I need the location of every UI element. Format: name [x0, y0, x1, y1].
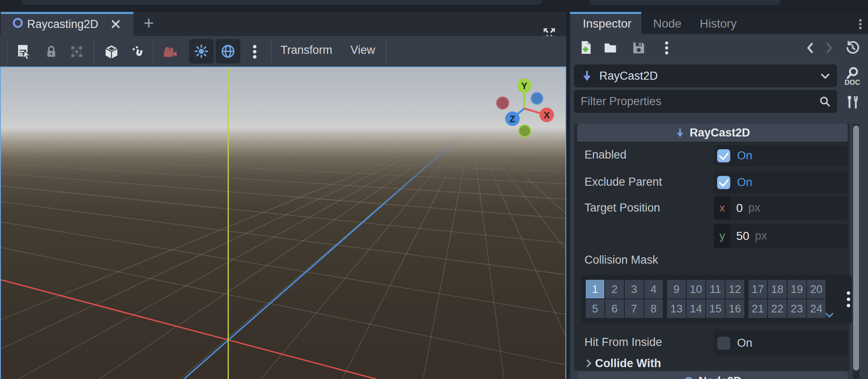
mask-cell-4[interactable]: 4: [644, 280, 663, 298]
toggle-lighting-button[interactable]: [189, 39, 214, 64]
tab-history[interactable]: History: [700, 17, 737, 31]
hit-from-inside-checkbox-editor[interactable]: On: [714, 331, 848, 355]
inspector-scrollbar[interactable]: [853, 124, 860, 379]
y-value[interactable]: 50: [736, 229, 749, 243]
property-row-enabled: Enabled On: [574, 142, 850, 169]
new-tab-button[interactable]: +: [140, 15, 158, 33]
mask-cell-2[interactable]: 2: [605, 280, 624, 298]
open-docs-icon[interactable]: DOC: [843, 66, 862, 86]
section-header-raycast2d[interactable]: RayCast2D: [577, 124, 848, 142]
lock-icon[interactable]: [44, 45, 58, 59]
property-tools-icon[interactable]: [844, 94, 861, 111]
group-icon[interactable]: [70, 45, 84, 59]
mask-cell-24[interactable]: 24: [807, 299, 826, 318]
viewport-3d[interactable]: Y X Z: [0, 67, 566, 379]
snap-magnet-icon[interactable]: [131, 44, 146, 59]
mask-cell-20[interactable]: 20: [807, 280, 826, 298]
mask-options-dots-icon[interactable]: [845, 291, 852, 308]
properties-list: RayCast2D Enabled On Exclude Parent On T…: [574, 124, 850, 371]
mask-cell-21[interactable]: 21: [748, 299, 767, 318]
active-tab-accent: [570, 12, 641, 14]
filter-properties-input[interactable]: Filter Properties: [574, 90, 837, 113]
mask-cell-16[interactable]: 16: [726, 299, 744, 318]
edit-history-icon[interactable]: [845, 40, 861, 56]
gizmo-neg-z-ball[interactable]: [531, 92, 543, 104]
mask-cell-3[interactable]: 3: [625, 280, 643, 298]
view-menu[interactable]: View: [351, 44, 375, 57]
target-position-x-field[interactable]: x 0 px: [714, 196, 848, 220]
scrollbar-thumb[interactable]: [853, 125, 859, 371]
collision-mask-grid: 1234910111217181920 56781314151621222324: [581, 275, 852, 324]
mask-cell-15[interactable]: 15: [706, 299, 725, 318]
enabled-checkbox-editor[interactable]: On: [714, 145, 848, 166]
y-axis-badge: y: [714, 224, 731, 248]
checkbox-icon[interactable]: [717, 337, 730, 350]
mask-cell-14[interactable]: 14: [687, 299, 705, 318]
section-header-node2d[interactable]: Node2D: [577, 372, 848, 379]
mask-cell-5[interactable]: 5: [586, 299, 604, 318]
gizmo-neg-y-ball[interactable]: [519, 125, 531, 137]
mask-cell-18[interactable]: 18: [768, 280, 787, 298]
toolbar-separator: [271, 40, 272, 62]
history-forward-icon[interactable]: [823, 42, 835, 54]
mask-cell-7[interactable]: 7: [625, 299, 643, 318]
mask-cell-13[interactable]: 13: [667, 299, 686, 318]
toolbar-separator: [153, 40, 154, 62]
mask-cell-8[interactable]: 8: [644, 299, 663, 318]
resource-options-dots-icon[interactable]: [662, 41, 672, 55]
mask-cell-10[interactable]: 10: [687, 280, 705, 298]
panel-menu-dots-icon[interactable]: [857, 19, 864, 30]
target-position-y-field[interactable]: y 50 px: [714, 224, 848, 248]
select-mode-icon[interactable]: [16, 44, 32, 60]
checkbox-icon[interactable]: [717, 176, 730, 189]
property-label-collision-mask: Collision Mask: [584, 254, 658, 267]
property-label: Exclude Parent: [584, 176, 662, 189]
z-axis-line: [184, 127, 472, 379]
checkbox-on-label: On: [737, 149, 752, 162]
new-resource-icon[interactable]: [579, 40, 594, 55]
chevron-down-icon[interactable]: [819, 70, 831, 82]
top-bar-notch-right: [589, 0, 780, 5]
viewport-options-dots-icon[interactable]: [248, 44, 261, 59]
property-row-target-position: Target Position x 0 px y 50 px: [574, 196, 850, 248]
mask-cell-6[interactable]: 6: [605, 299, 624, 318]
property-row-exclude-parent: Exclude Parent On: [574, 170, 850, 196]
y-axis-line: [228, 67, 229, 379]
exclude-parent-checkbox-editor[interactable]: On: [714, 171, 848, 194]
toggle-environment-button[interactable]: [216, 39, 240, 64]
camera-preview-icon[interactable]: [162, 45, 178, 61]
gizmo-neg-x-ball[interactable]: [497, 97, 509, 109]
mesh-cube-icon[interactable]: [103, 43, 120, 60]
mask-cell-22[interactable]: 22: [768, 299, 787, 318]
mask-cell-23[interactable]: 23: [787, 299, 806, 318]
node-selector[interactable]: RayCast2D: [574, 64, 837, 87]
transform-menu[interactable]: Transform: [281, 44, 332, 57]
mask-cell-19[interactable]: 19: [787, 280, 806, 298]
x-axis-badge: x: [714, 196, 731, 220]
checkbox-icon[interactable]: [717, 149, 730, 162]
tab-node[interactable]: Node: [653, 17, 682, 31]
x-value[interactable]: 0: [736, 201, 743, 215]
scene-tab-raycasting2d[interactable]: Raycasting2D: [1, 12, 134, 36]
close-tab-icon[interactable]: [110, 19, 121, 30]
tab-inspector[interactable]: Inspector: [570, 12, 641, 34]
node2d-icon: [683, 376, 694, 379]
panel-divider[interactable]: [566, 12, 570, 379]
node-selector-label: RayCast2D: [599, 70, 658, 83]
collide-with-label: Collide With: [595, 357, 661, 370]
property-label: Enabled: [584, 148, 626, 162]
mask-expand-chevron-icon[interactable]: [824, 309, 835, 320]
mask-cell-12[interactable]: 12: [726, 280, 744, 298]
mask-cell-1[interactable]: 1: [586, 280, 604, 298]
x-axis-line: [1, 280, 376, 379]
collide-with-group[interactable]: Collide With: [574, 357, 850, 371]
mask-cell-9[interactable]: 9: [667, 280, 686, 298]
collision-mask-row-2: 56781314151621222324: [586, 299, 826, 318]
save-resource-icon[interactable]: [632, 41, 646, 55]
collapsed-chevron-icon: [584, 358, 594, 368]
mask-cell-11[interactable]: 11: [706, 280, 725, 298]
mask-cell-17[interactable]: 17: [748, 280, 767, 298]
load-resource-folder-icon[interactable]: [603, 41, 618, 55]
history-back-icon[interactable]: [804, 42, 817, 54]
axis-gizmo[interactable]: Y X Z: [486, 76, 562, 148]
